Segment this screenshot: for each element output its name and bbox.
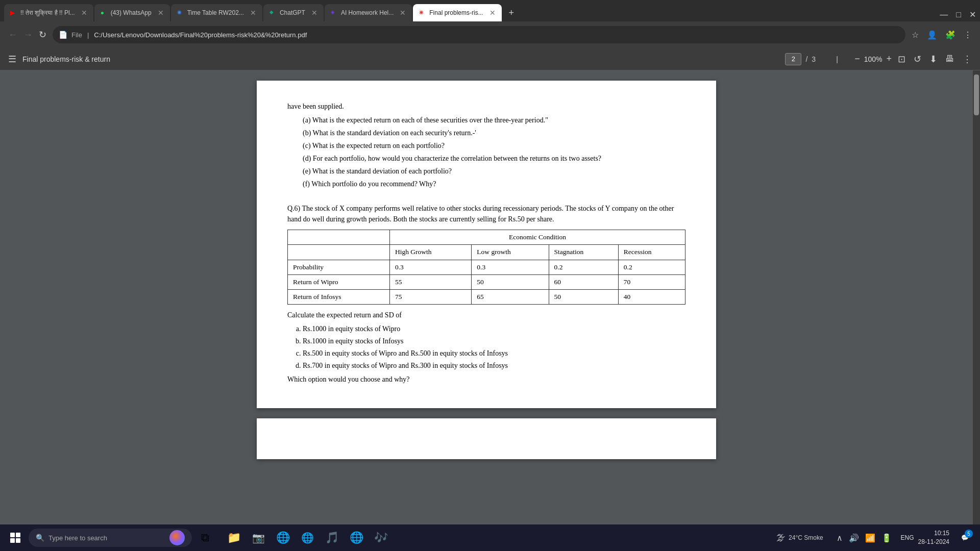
pdf-favicon: ◉ bbox=[419, 9, 426, 16]
probability-rc: 0.2 bbox=[618, 260, 685, 274]
windows-icon bbox=[10, 533, 20, 543]
tab-chatgpt-close[interactable]: ✕ bbox=[311, 9, 317, 17]
tab-ai-homework[interactable]: ◈ AI Homework Hel... ✕ bbox=[325, 4, 412, 21]
tab-pdf[interactable]: ◉ Final problems-ris... ✕ bbox=[413, 4, 501, 21]
clock[interactable]: 10:15 28-11-2024 bbox=[918, 529, 949, 546]
tab-whatsapp-close[interactable]: ✕ bbox=[158, 9, 164, 17]
col-stagnation: Stagnation bbox=[549, 245, 618, 260]
zoom-in-button[interactable]: + bbox=[886, 54, 892, 64]
tab-whatsapp[interactable]: ● (43) WhatsApp ✕ bbox=[94, 4, 170, 21]
pdf-right-controls: ⊡ ↺ ⬇ 🖶 ⋮ bbox=[898, 54, 972, 65]
tab-whatsapp-title: (43) WhatsApp bbox=[111, 9, 152, 16]
start-button[interactable] bbox=[4, 527, 27, 549]
close-button[interactable]: ✕ bbox=[969, 10, 976, 19]
network-icon[interactable]: 📶 bbox=[865, 533, 875, 543]
notification-button[interactable]: 💬 5 bbox=[953, 527, 976, 549]
calc-option-d: Rs.700 in equity stocks of Wipro and Rs.… bbox=[303, 360, 685, 371]
taskbar-app-instagram[interactable]: 📷 bbox=[247, 527, 270, 549]
row-label-probability: Probability bbox=[288, 260, 390, 274]
taskbar: 🔍 Type here to search ⧉ 📁 📷 🌐 🌐 🎵 🌐 🎶 bbox=[0, 524, 980, 551]
extensions-icon[interactable]: 🧩 bbox=[945, 30, 955, 40]
content-area: have been supplied. (a) What is the expe… bbox=[0, 70, 980, 551]
tab-ai-close[interactable]: ✕ bbox=[400, 9, 406, 17]
menu-icon[interactable]: ⋮ bbox=[964, 30, 972, 40]
zoom-out-button[interactable]: − bbox=[854, 54, 860, 64]
forward-button[interactable]: → bbox=[23, 30, 33, 40]
instagram-icon: 📷 bbox=[252, 532, 265, 544]
rotate-button[interactable]: ↺ bbox=[914, 54, 921, 65]
weather-widget[interactable]: 🌫 24°C Smoke bbox=[772, 533, 827, 543]
tab-chatgpt[interactable]: ◆ ChatGPT ✕ bbox=[263, 4, 324, 21]
q-item-f: (f) Which portfolio do you recommend? Wh… bbox=[298, 179, 685, 189]
tab-timetable-close[interactable]: ✕ bbox=[250, 9, 256, 17]
zoom-value: 100% bbox=[864, 55, 883, 63]
tab-youtube-close[interactable]: ✕ bbox=[81, 9, 87, 17]
taskbar-app-chrome-canary[interactable]: 🌐 bbox=[296, 527, 318, 549]
infosys-rc: 40 bbox=[618, 290, 685, 305]
taskbar-app-file-explorer[interactable]: 📁 bbox=[223, 527, 245, 549]
taskbar-app-spotify-2[interactable]: 🎶 bbox=[370, 527, 392, 549]
probability-lg: 0.3 bbox=[472, 260, 549, 274]
hamburger-menu[interactable]: ☰ bbox=[8, 54, 16, 65]
address-bar: ← → ↻ 📄 File | C:/Users/Lenovo/Downloads… bbox=[0, 21, 980, 48]
pdf-page-2: have been supplied. (a) What is the expe… bbox=[257, 81, 716, 408]
browser-window-controls: — □ ✕ bbox=[940, 10, 976, 21]
tab-bar: ▶ !! तेरा शुक्रिया है !! Pl... ✕ ● (43) … bbox=[0, 0, 980, 21]
profile-icon[interactable]: 👤 bbox=[927, 30, 937, 40]
wipro-st: 60 bbox=[549, 274, 618, 289]
row-label-infosys: Return of Infosys bbox=[288, 290, 390, 305]
new-tab-button[interactable]: + bbox=[503, 4, 520, 21]
battery-icon[interactable]: 🔋 bbox=[881, 533, 892, 543]
taskbar-app-spotify[interactable]: 🎵 bbox=[321, 527, 343, 549]
pdf-viewer[interactable]: have been supplied. (a) What is the expe… bbox=[0, 70, 973, 551]
url-text: C:/Users/Lenovo/Downloads/Final%20proble… bbox=[94, 31, 307, 39]
back-button[interactable]: ← bbox=[8, 30, 17, 40]
chrome-icon: 🌐 bbox=[276, 531, 290, 544]
spotify-icon: 🎵 bbox=[325, 531, 339, 544]
browser-window: ▶ !! तेरा शुक्रिया है !! Pl... ✕ ● (43) … bbox=[0, 0, 980, 551]
youtube-favicon: ▶ bbox=[10, 9, 17, 16]
page-number-input[interactable] bbox=[785, 53, 801, 65]
q-item-d: (d) For each portfolio, how would you ch… bbox=[298, 153, 685, 164]
minimize-button[interactable]: — bbox=[940, 10, 948, 19]
total-pages: 3 bbox=[812, 55, 816, 63]
timetable-favicon: ◉ bbox=[177, 9, 184, 16]
reload-button[interactable]: ↻ bbox=[39, 29, 46, 40]
table-row-wipro: Return of Wipro 55 50 60 70 bbox=[288, 274, 685, 289]
pdf-page-3-partial bbox=[257, 418, 716, 459]
q-item-b: (b) What is the standard deviation on ea… bbox=[298, 128, 685, 138]
bookmark-icon[interactable]: ☆ bbox=[912, 30, 919, 40]
calc-option-b: Rs.1000 in equity stocks of Infosys bbox=[303, 336, 685, 346]
tab-pdf-close[interactable]: ✕ bbox=[489, 9, 496, 17]
table-row-infosys: Return of Infosys 75 65 50 40 bbox=[288, 290, 685, 305]
tab-chatgpt-title: ChatGPT bbox=[280, 9, 305, 16]
tab-timetable[interactable]: ◉ Time Table RW202... ✕ bbox=[171, 4, 262, 21]
taskbar-app-chrome[interactable]: 🌐 bbox=[272, 527, 294, 549]
wipro-rc: 70 bbox=[618, 274, 685, 289]
taskbar-app-chrome-2[interactable]: 🌐 bbox=[345, 527, 368, 549]
conclusion-text: Which option would you choose and why? bbox=[287, 374, 685, 385]
q-item-e: (e) What is the standard deviation of ea… bbox=[298, 166, 685, 177]
more-options-button[interactable]: ⋮ bbox=[963, 54, 972, 65]
print-button[interactable]: 🖶 bbox=[945, 54, 954, 64]
row-label-wipro: Return of Wipro bbox=[288, 274, 390, 289]
ai-favicon: ◈ bbox=[331, 9, 338, 16]
volume-icon[interactable]: 🔊 bbox=[849, 533, 859, 543]
chrome-2-icon: 🌐 bbox=[350, 531, 363, 544]
task-view-button[interactable]: ⧉ bbox=[194, 527, 216, 549]
language-indicator: ENG bbox=[901, 534, 914, 541]
task-view-icon: ⧉ bbox=[201, 531, 209, 544]
scroll-thumb[interactable] bbox=[974, 74, 979, 115]
tray-expand-icon[interactable]: ∧ bbox=[837, 533, 843, 543]
maximize-button[interactable]: □ bbox=[956, 10, 961, 19]
date-display: 28-11-2024 bbox=[918, 538, 949, 546]
fit-page-button[interactable]: ⊡ bbox=[898, 54, 905, 65]
notification-badge: 5 bbox=[965, 530, 973, 538]
url-input[interactable]: 📄 File | C:/Users/Lenovo/Downloads/Final… bbox=[53, 26, 905, 43]
tab-youtube[interactable]: ▶ !! तेरा शुक्रिया है !! Pl... ✕ bbox=[4, 4, 93, 21]
download-button[interactable]: ⬇ bbox=[929, 54, 937, 65]
economic-table: Economic Condition High Growth Low growt… bbox=[287, 230, 685, 305]
pdf-toolbar: ☰ Final problems-risk & return / 3 | − 1… bbox=[0, 48, 980, 70]
scroll-indicator[interactable] bbox=[973, 70, 980, 551]
taskbar-search[interactable]: 🔍 Type here to search bbox=[29, 529, 192, 547]
